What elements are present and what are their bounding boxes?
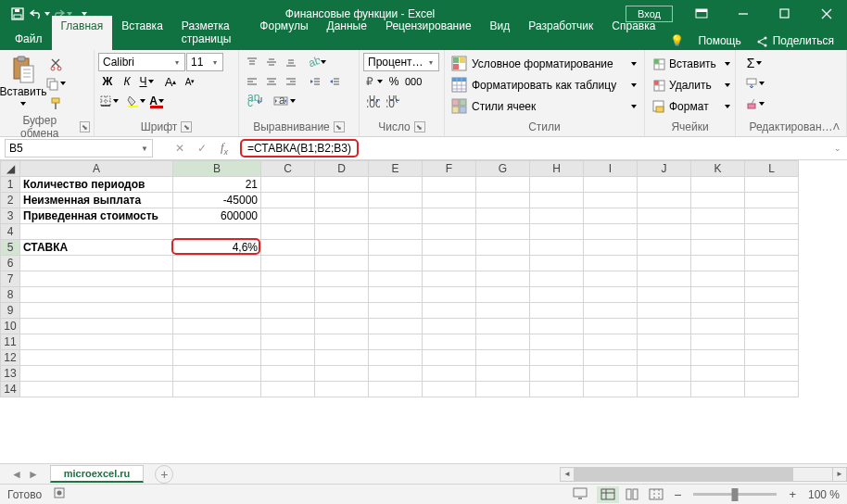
cell-B3[interactable]: 600000	[173, 208, 261, 224]
cell-J13[interactable]	[638, 366, 691, 382]
row-header[interactable]: 10	[1, 319, 20, 334]
cell-I11[interactable]	[584, 334, 638, 350]
cell-H5[interactable]	[530, 240, 584, 256]
cell-I8[interactable]	[584, 287, 638, 303]
font-size-combo[interactable]: 11▾	[186, 53, 223, 71]
cell-B7[interactable]	[173, 271, 261, 287]
cell-G10[interactable]	[476, 319, 530, 334]
number-format-combo[interactable]: Процент…▾	[363, 53, 439, 71]
cell-D11[interactable]	[315, 334, 369, 350]
cell-F5[interactable]	[423, 240, 476, 256]
cell-H14[interactable]	[530, 382, 584, 397]
font-color-button[interactable]: A	[147, 92, 166, 110]
zoom-out-button[interactable]: −	[669, 487, 686, 502]
cell-B11[interactable]	[173, 334, 261, 350]
cell-K14[interactable]	[691, 382, 745, 397]
cell-F7[interactable]	[423, 271, 476, 287]
cell-E2[interactable]	[369, 193, 423, 208]
cell-J11[interactable]	[638, 334, 691, 350]
cell-H6[interactable]	[530, 256, 584, 271]
cell-G6[interactable]	[476, 256, 530, 271]
underline-button[interactable]: Ч	[137, 72, 156, 91]
cell-K7[interactable]	[691, 271, 745, 287]
autosum-button[interactable]: Σ	[740, 54, 769, 72]
cell-L14[interactable]	[745, 382, 799, 397]
cell-K10[interactable]	[691, 319, 745, 334]
column-header[interactable]: E	[369, 161, 423, 177]
cell-E14[interactable]	[369, 382, 423, 397]
merge-button[interactable]: a	[268, 92, 299, 110]
row-header[interactable]: 5	[1, 240, 20, 256]
align-bottom-button[interactable]	[282, 53, 300, 71]
align-left-button[interactable]	[243, 72, 261, 91]
cell-D13[interactable]	[315, 366, 369, 382]
cell-D6[interactable]	[315, 256, 369, 271]
cell-G8[interactable]	[476, 287, 530, 303]
cell-J12[interactable]	[638, 350, 691, 366]
insert-function-button[interactable]: fx	[214, 139, 234, 158]
accounting-format-button[interactable]: ₽	[363, 72, 384, 91]
cell-D9[interactable]	[315, 303, 369, 319]
column-header[interactable]: H	[530, 161, 584, 177]
cell-I2[interactable]	[584, 193, 638, 208]
cell-F4[interactable]	[423, 224, 476, 240]
cell-B4[interactable]	[173, 224, 261, 240]
cell-E13[interactable]	[369, 366, 423, 382]
cell-C13[interactable]	[261, 366, 315, 382]
cell-A13[interactable]	[20, 366, 173, 382]
formula-input[interactable]: =СТАВКА(B1;B2;B3)	[240, 139, 821, 158]
cell-A12[interactable]	[20, 350, 173, 366]
cell-L10[interactable]	[745, 319, 799, 334]
cell-J7[interactable]	[638, 271, 691, 287]
tab-Справка[interactable]: Справка	[602, 16, 664, 50]
cell-A10[interactable]	[20, 319, 173, 334]
cell-H13[interactable]	[530, 366, 584, 382]
row-header[interactable]: 4	[1, 224, 20, 240]
decrease-decimal-button[interactable]: ,00,0	[383, 92, 401, 110]
format-cells-button[interactable]: Формат	[649, 96, 731, 116]
normal-view-button[interactable]	[597, 486, 619, 503]
cut-button[interactable]	[44, 55, 67, 73]
row-header[interactable]: 11	[1, 334, 20, 350]
cell-C6[interactable]	[261, 256, 315, 271]
cell-D10[interactable]	[315, 319, 369, 334]
tab-Данные[interactable]: Данные	[318, 16, 376, 50]
format-painter-button[interactable]	[44, 94, 67, 112]
cell-I3[interactable]	[584, 208, 638, 224]
tell-me-button[interactable]: 💡	[664, 32, 689, 50]
cell-J1[interactable]	[638, 177, 691, 193]
cell-J10[interactable]	[638, 319, 691, 334]
cell-G14[interactable]	[476, 382, 530, 397]
grow-font-button[interactable]: A▴	[161, 72, 180, 91]
cell-H3[interactable]	[530, 208, 584, 224]
cell-A6[interactable]	[20, 256, 173, 271]
minimize-button[interactable]	[722, 0, 764, 27]
row-header[interactable]: 2	[1, 193, 20, 208]
maximize-button[interactable]	[764, 0, 805, 27]
cell-A5[interactable]: СТАВКА	[20, 240, 173, 256]
cell-B10[interactable]	[173, 319, 261, 334]
cell-I13[interactable]	[584, 366, 638, 382]
cell-H1[interactable]	[530, 177, 584, 193]
cell-D12[interactable]	[315, 350, 369, 366]
number-launcher[interactable]: ⬊	[414, 121, 425, 132]
cell-L7[interactable]	[745, 271, 799, 287]
cell-E3[interactable]	[369, 208, 423, 224]
font-name-combo[interactable]: Calibri▾	[98, 53, 185, 71]
cell-J6[interactable]	[638, 256, 691, 271]
row-header[interactable]: 7	[1, 271, 20, 287]
cell-K13[interactable]	[691, 366, 745, 382]
tab-Разработчик[interactable]: Разработчик	[519, 16, 602, 50]
cell-A4[interactable]	[20, 224, 173, 240]
cell-F8[interactable]	[423, 287, 476, 303]
cell-H11[interactable]	[530, 334, 584, 350]
cell-E10[interactable]	[369, 319, 423, 334]
cell-G11[interactable]	[476, 334, 530, 350]
cell-F3[interactable]	[423, 208, 476, 224]
wrap-text-button[interactable]: abc	[243, 92, 267, 110]
cell-D14[interactable]	[315, 382, 369, 397]
cell-A7[interactable]	[20, 271, 173, 287]
align-top-button[interactable]	[243, 53, 261, 71]
cell-L1[interactable]	[745, 177, 799, 193]
cell-C4[interactable]	[261, 224, 315, 240]
